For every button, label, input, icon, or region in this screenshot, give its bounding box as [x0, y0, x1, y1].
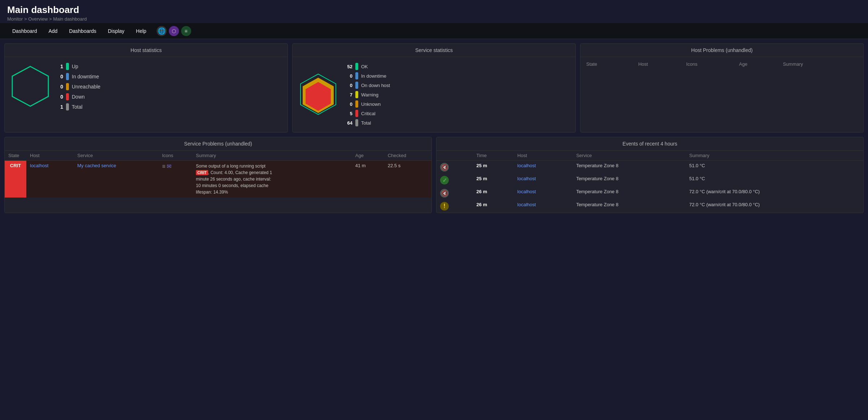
events-title: Events of recent 4 hours [437, 137, 863, 151]
host-stat-total: 1 Total [57, 103, 100, 111]
breadcrumb: Monitor > Overview > Main dashboard [7, 16, 861, 22]
host-statistics-title: Host statistics [5, 44, 288, 57]
sp-checked: 22.5 s [384, 161, 431, 198]
ev-icon-cell: 🔇 [437, 161, 473, 174]
host-stat-up: 1 Up [57, 63, 100, 70]
nav-add[interactable]: Add [44, 25, 63, 37]
col-state: State [583, 60, 635, 68]
nav-bar: Dashboard Add Dashboards Display Help 🌐 … [0, 23, 868, 39]
host-hexagon [10, 65, 50, 109]
sp-service[interactable]: My cached service [74, 161, 158, 198]
up-dot [66, 63, 69, 70]
col-age: Age [736, 60, 780, 68]
ev-service: Temperature Zone 8 [573, 161, 685, 174]
sp-summary: Some output of a long running script CRI… [192, 161, 352, 198]
main-content: Host statistics 1 Up 0 I [0, 39, 868, 217]
unreachable-dot [66, 83, 69, 90]
nav-dashboards[interactable]: Dashboards [64, 25, 101, 37]
svc-stat-critical: 5 Critical [345, 110, 390, 117]
envelope-icon: ✉ [167, 163, 171, 170]
service-stats-list: 52 OK 0 In downtime 0 On down host [345, 63, 390, 126]
sp-host[interactable]: localhost [26, 161, 74, 198]
nav-dashboard[interactable]: Dashboard [7, 25, 42, 37]
mute-icon-2: 🔇 [440, 189, 449, 198]
crit-inline-badge: CRIT [196, 170, 208, 175]
svc-stat-ondownhost: 0 On down host [345, 82, 390, 89]
nav-display[interactable]: Display [103, 25, 130, 37]
sp-age: 41 m [352, 161, 384, 198]
purple-icon[interactable]: ⬡ [169, 26, 179, 36]
globe-icon[interactable]: 🌐 [157, 26, 167, 36]
state-crit: CRIT [5, 161, 26, 198]
top-row: Host statistics 1 Up 0 I [4, 43, 864, 133]
bottom-row: Service Problems (unhandled) State Host … [4, 137, 864, 213]
ev-icon-cell: 🔇 [437, 187, 473, 200]
svc-stat-warning: 7 Warning [345, 91, 390, 98]
table-row: 🔇 26 m localhost Temperature Zone 8 72.0… [437, 187, 863, 200]
ondownhost-dot [355, 82, 358, 89]
host-stats-body: 1 Up 0 In downtime 0 Unreachable [5, 57, 288, 116]
nav-icons: 🌐 ⬡ ≡ [157, 26, 191, 36]
col-host: Host [635, 60, 683, 68]
table-row: ! 26 m localhost Temperature Zone 8 72.0… [437, 200, 863, 213]
events-table: Time Host Service Summary 🔇 25 m localho… [437, 151, 863, 213]
ev-col-summary: Summary [686, 151, 863, 161]
col-icons: Icons [683, 60, 736, 68]
nav-help[interactable]: Help [131, 25, 152, 37]
sp-col-state: State [5, 151, 26, 161]
host-stat-down: 0 Down [57, 93, 100, 100]
host-stat-downtime: 0 In downtime [57, 73, 100, 80]
warning-icon: ! [440, 202, 449, 211]
table-row: ✓ 25 m localhost Temperature Zone 8 51.0… [437, 174, 863, 187]
service-problems-table: State Host Service Icons Summary Age Che… [5, 151, 431, 198]
page-title: Main dashboard [7, 4, 861, 16]
sp-col-age: Age [352, 151, 384, 161]
ev-col-icon [437, 151, 473, 161]
host-problems-table: State Host Icons Age Summary [583, 60, 860, 68]
service-statistics-panel: Service statistics 52 [292, 43, 576, 133]
ev-col-time: Time [473, 151, 514, 161]
host-stat-unreachable: 0 Unreachable [57, 83, 100, 90]
service-statistics-title: Service statistics [293, 44, 575, 57]
svc-stat-unknown: 0 Unknown [345, 100, 390, 108]
host-problems-body: State Host Icons Age Summary [580, 57, 863, 71]
ev-col-service: Service [573, 151, 685, 161]
ev-icon-cell: ✓ [437, 174, 473, 187]
total-dot [66, 103, 69, 111]
svc-stat-total: 64 Total [345, 119, 390, 126]
col-summary: Summary [780, 60, 860, 68]
table-row: 🔇 25 m localhost Temperature Zone 8 51.0… [437, 161, 863, 174]
ev-summary: 72.0 °C (warn/crit at 70.0/80.0 °C) [686, 187, 863, 200]
host-problems-panel: Host Problems (unhandled) State Host Ico… [580, 43, 864, 133]
sp-col-host: Host [26, 151, 74, 161]
ev-icon-cell: ! [437, 200, 473, 213]
ev-time: 25 m [473, 161, 514, 174]
green-icon[interactable]: ≡ [181, 26, 191, 36]
svc-downtime-dot [355, 72, 358, 79]
sp-col-summary: Summary [192, 151, 352, 161]
ev-host: localhost [514, 161, 573, 174]
service-problems-title: Service Problems (unhandled) [5, 137, 431, 151]
sp-icons: ≡ ✉ [158, 161, 192, 198]
ev-service: Temperature Zone 8 [573, 200, 685, 213]
ev-host: localhost [514, 187, 573, 200]
ev-summary: 72.0 °C (warn/crit at 70.0/80.0 °C) [686, 200, 863, 213]
downtime-dot [66, 73, 69, 80]
ev-time: 26 m [473, 187, 514, 200]
list-icon: ≡ [162, 163, 165, 170]
check-icon: ✓ [440, 176, 449, 185]
warning-dot [355, 91, 358, 98]
events-panel: Events of recent 4 hours Time Host Servi… [436, 137, 864, 213]
host-problems-title: Host Problems (unhandled) [580, 44, 863, 57]
service-problems-panel: Service Problems (unhandled) State Host … [4, 137, 432, 213]
icons-cell: ≡ ✉ [162, 163, 189, 170]
critical-dot [355, 110, 358, 117]
ev-col-host: Host [514, 151, 573, 161]
service-stats-body: 52 OK 0 In downtime 0 On down host [293, 57, 575, 132]
down-dot [66, 93, 69, 100]
ev-time: 26 m [473, 200, 514, 213]
sp-col-checked: Checked [384, 151, 431, 161]
host-stats-list: 1 Up 0 In downtime 0 Unreachable [57, 63, 100, 111]
table-row: CRIT localhost My cached service ≡ ✉ Som… [5, 161, 431, 198]
ev-time: 25 m [473, 174, 514, 187]
